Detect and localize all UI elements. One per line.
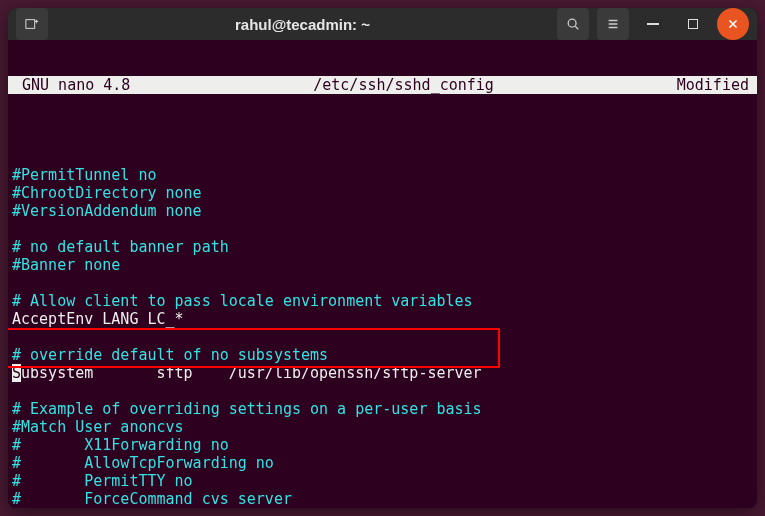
minimize-icon — [647, 23, 659, 25]
svg-line-4 — [575, 26, 578, 29]
terminal-content[interactable]: GNU nano 4.8 /etc/ssh/sshd_config Modifi… — [8, 40, 757, 508]
config-line: # no default banner path — [12, 238, 229, 256]
config-line: # override default of no subsystems — [12, 346, 328, 364]
hamburger-icon — [606, 17, 620, 31]
terminal-window: rahul@tecadmin: ~ GNU nano 4.8 /etc/ssh/… — [8, 8, 757, 508]
config-line: #Banner none — [12, 256, 120, 274]
config-line: # PermitTTY no — [12, 472, 193, 490]
cursor: S — [12, 364, 21, 382]
config-line: # Allow client to pass locale environmen… — [12, 292, 473, 310]
svg-point-3 — [568, 19, 576, 27]
config-line: #VersionAddendum none — [12, 202, 202, 220]
config-line: #PermitTunnel no — [12, 166, 157, 184]
search-button[interactable] — [557, 8, 589, 40]
config-line: # AllowTcpForwarding no — [12, 454, 274, 472]
config-line: # ForceCommand cvs server — [12, 490, 292, 508]
search-icon — [566, 17, 580, 31]
window-title: rahul@tecadmin: ~ — [58, 16, 547, 33]
nano-header: GNU nano 4.8 /etc/ssh/sshd_config Modifi… — [8, 76, 757, 94]
editor-content[interactable]: #PermitTunnel no #ChrootDirectory none #… — [8, 148, 757, 508]
maximize-icon — [688, 19, 698, 29]
config-line: # X11Forwarding no — [12, 436, 229, 454]
minimize-button[interactable] — [637, 8, 669, 40]
nano-file-path: /etc/ssh/sshd_config — [130, 76, 676, 94]
menu-button[interactable] — [597, 8, 629, 40]
svg-rect-0 — [26, 20, 35, 29]
maximize-button[interactable] — [677, 8, 709, 40]
config-line: #ChrootDirectory none — [12, 184, 202, 202]
nano-modified: Modified — [677, 76, 753, 94]
new-tab-button[interactable] — [16, 8, 48, 40]
subsystem-line: Subsystem sftp /usr/lib/openssh/sftp-ser… — [12, 364, 482, 382]
close-button[interactable] — [717, 8, 749, 40]
config-line: AcceptEnv LANG LC_* — [12, 310, 184, 328]
nano-version: GNU nano 4.8 — [12, 76, 130, 94]
tab-plus-icon — [25, 17, 39, 31]
config-line: # Example of overriding settings on a pe… — [12, 400, 482, 418]
close-icon — [726, 17, 740, 31]
titlebar: rahul@tecadmin: ~ — [8, 8, 757, 40]
config-line: #Match User anoncvs — [12, 418, 184, 436]
